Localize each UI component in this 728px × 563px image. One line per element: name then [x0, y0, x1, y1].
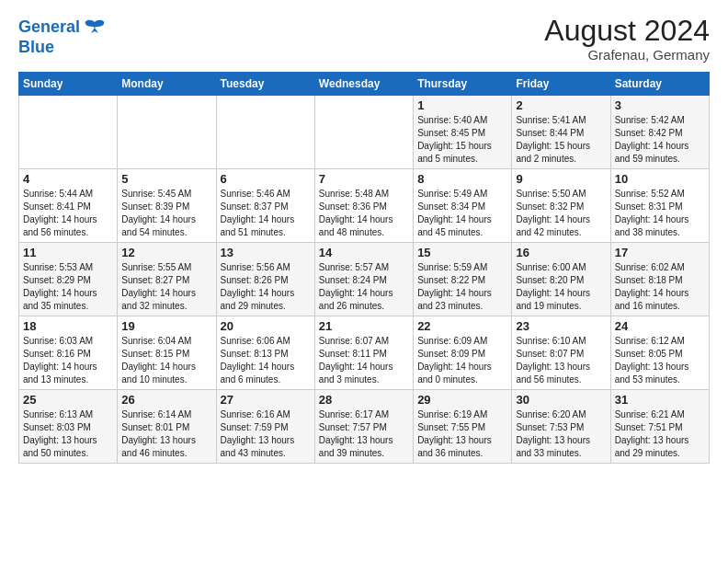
day-number: 1 [417, 98, 507, 112]
day-number: 30 [516, 393, 606, 407]
weekday-header-friday: Friday [512, 73, 610, 96]
calendar-cell [216, 96, 314, 169]
day-info: Sunrise: 6:02 AMSunset: 8:18 PMDaylight:… [615, 261, 705, 313]
calendar-cell: 15Sunrise: 5:59 AMSunset: 8:22 PMDayligh… [414, 243, 512, 316]
weekday-header-sunday: Sunday [19, 73, 118, 96]
day-number: 8 [417, 172, 507, 186]
day-info: Sunrise: 5:50 AMSunset: 8:32 PMDaylight:… [516, 188, 606, 239]
title-block: August 2024 Grafenau, Germany [544, 15, 710, 63]
day-info: Sunrise: 6:14 AMSunset: 8:01 PMDaylight:… [121, 408, 211, 460]
day-number: 13 [221, 246, 311, 259]
calendar-cell: 6Sunrise: 5:46 AMSunset: 8:37 PMDaylight… [216, 169, 314, 243]
calendar-cell: 28Sunrise: 6:17 AMSunset: 7:57 PMDayligh… [314, 390, 413, 464]
week-row-5: 25Sunrise: 6:13 AMSunset: 8:03 PMDayligh… [19, 390, 710, 464]
day-number: 11 [23, 246, 113, 259]
calendar-cell: 2Sunrise: 5:41 AMSunset: 8:44 PMDaylight… [512, 96, 610, 169]
calendar-cell: 12Sunrise: 5:55 AMSunset: 8:27 PMDayligh… [118, 243, 216, 316]
calendar-cell: 24Sunrise: 6:12 AMSunset: 8:05 PMDayligh… [610, 316, 709, 390]
day-number: 18 [23, 319, 113, 333]
day-info: Sunrise: 6:17 AMSunset: 7:57 PMDaylight:… [319, 408, 409, 460]
calendar-cell: 29Sunrise: 6:19 AMSunset: 7:55 PMDayligh… [414, 390, 512, 464]
day-number: 20 [221, 319, 311, 333]
day-number: 27 [221, 393, 311, 407]
calendar-table: SundayMondayTuesdayWednesdayThursdayFrid… [18, 72, 710, 464]
day-number: 2 [516, 98, 606, 112]
calendar-cell: 11Sunrise: 5:53 AMSunset: 8:29 PMDayligh… [19, 243, 118, 316]
day-number: 19 [121, 319, 211, 333]
calendar-cell: 31Sunrise: 6:21 AMSunset: 7:51 PMDayligh… [610, 390, 709, 464]
calendar-cell: 19Sunrise: 6:04 AMSunset: 8:15 PMDayligh… [118, 316, 216, 390]
calendar-cell: 17Sunrise: 6:02 AMSunset: 8:18 PMDayligh… [610, 243, 709, 316]
day-number: 10 [615, 172, 705, 186]
day-info: Sunrise: 6:07 AMSunset: 8:11 PMDaylight:… [319, 335, 409, 386]
week-row-2: 4Sunrise: 5:44 AMSunset: 8:41 PMDaylight… [19, 169, 710, 243]
day-number: 24 [615, 319, 705, 333]
calendar-cell: 9Sunrise: 5:50 AMSunset: 8:32 PMDaylight… [512, 169, 610, 243]
day-number: 29 [417, 393, 507, 407]
day-number: 5 [121, 172, 211, 186]
header: General Blue August 2024 Grafenau, Germa… [18, 15, 710, 63]
calendar-cell [19, 96, 118, 169]
calendar-cell [314, 96, 413, 169]
calendar-cell: 25Sunrise: 6:13 AMSunset: 8:03 PMDayligh… [19, 390, 118, 464]
week-row-4: 18Sunrise: 6:03 AMSunset: 8:16 PMDayligh… [19, 316, 710, 390]
calendar-cell: 8Sunrise: 5:49 AMSunset: 8:34 PMDaylight… [414, 169, 512, 243]
day-number: 31 [615, 393, 705, 407]
calendar-cell: 5Sunrise: 5:45 AMSunset: 8:39 PMDaylight… [118, 169, 216, 243]
logo: General Blue [18, 15, 108, 57]
calendar-cell: 21Sunrise: 6:07 AMSunset: 8:11 PMDayligh… [314, 316, 413, 390]
calendar-cell: 27Sunrise: 6:16 AMSunset: 7:59 PMDayligh… [216, 390, 314, 464]
day-number: 14 [319, 246, 409, 259]
day-info: Sunrise: 5:41 AMSunset: 8:44 PMDaylight:… [516, 114, 606, 166]
day-info: Sunrise: 6:06 AMSunset: 8:13 PMDaylight:… [221, 335, 311, 386]
day-info: Sunrise: 6:19 AMSunset: 7:55 PMDaylight:… [417, 408, 507, 460]
day-info: Sunrise: 5:53 AMSunset: 8:29 PMDaylight:… [23, 261, 113, 313]
day-number: 6 [221, 172, 311, 186]
weekday-header-thursday: Thursday [414, 73, 512, 96]
calendar-cell: 26Sunrise: 6:14 AMSunset: 8:01 PMDayligh… [118, 390, 216, 464]
weekday-header-monday: Monday [118, 73, 216, 96]
day-number: 25 [23, 393, 113, 407]
day-info: Sunrise: 5:46 AMSunset: 8:37 PMDaylight:… [221, 188, 311, 239]
day-info: Sunrise: 6:16 AMSunset: 7:59 PMDaylight:… [221, 408, 311, 460]
day-info: Sunrise: 6:20 AMSunset: 7:53 PMDaylight:… [516, 408, 606, 460]
weekday-header-tuesday: Tuesday [216, 73, 314, 96]
day-number: 26 [121, 393, 211, 407]
calendar-cell: 16Sunrise: 6:00 AMSunset: 8:20 PMDayligh… [512, 243, 610, 316]
calendar-cell: 14Sunrise: 5:57 AMSunset: 8:24 PMDayligh… [314, 243, 413, 316]
day-info: Sunrise: 5:59 AMSunset: 8:22 PMDaylight:… [417, 261, 507, 313]
calendar-cell: 1Sunrise: 5:40 AMSunset: 8:45 PMDaylight… [414, 96, 512, 169]
day-number: 9 [516, 172, 606, 186]
day-number: 28 [319, 393, 409, 407]
calendar-cell: 4Sunrise: 5:44 AMSunset: 8:41 PMDaylight… [19, 169, 118, 243]
day-info: Sunrise: 6:03 AMSunset: 8:16 PMDaylight:… [23, 335, 113, 386]
day-info: Sunrise: 5:48 AMSunset: 8:36 PMDaylight:… [319, 188, 409, 239]
day-info: Sunrise: 5:49 AMSunset: 8:34 PMDaylight:… [417, 188, 507, 239]
day-info: Sunrise: 6:04 AMSunset: 8:15 PMDaylight:… [121, 335, 211, 386]
day-number: 3 [615, 98, 705, 112]
day-number: 22 [417, 319, 507, 333]
weekday-header-row: SundayMondayTuesdayWednesdayThursdayFrid… [19, 73, 710, 96]
day-info: Sunrise: 5:55 AMSunset: 8:27 PMDaylight:… [121, 261, 211, 313]
month-year-title: August 2024 [544, 15, 710, 47]
calendar-cell: 20Sunrise: 6:06 AMSunset: 8:13 PMDayligh… [216, 316, 314, 390]
day-info: Sunrise: 5:45 AMSunset: 8:39 PMDaylight:… [121, 188, 211, 239]
day-number: 15 [417, 246, 507, 259]
day-number: 23 [516, 319, 606, 333]
calendar-cell: 7Sunrise: 5:48 AMSunset: 8:36 PMDaylight… [314, 169, 413, 243]
day-info: Sunrise: 6:10 AMSunset: 8:07 PMDaylight:… [516, 335, 606, 386]
week-row-1: 1Sunrise: 5:40 AMSunset: 8:45 PMDaylight… [19, 96, 710, 169]
day-info: Sunrise: 5:44 AMSunset: 8:41 PMDaylight:… [23, 188, 113, 239]
day-number: 17 [615, 246, 705, 259]
calendar-cell: 30Sunrise: 6:20 AMSunset: 7:53 PMDayligh… [512, 390, 610, 464]
logo-blue: Blue [18, 39, 54, 57]
calendar-cell: 23Sunrise: 6:10 AMSunset: 8:07 PMDayligh… [512, 316, 610, 390]
week-row-3: 11Sunrise: 5:53 AMSunset: 8:29 PMDayligh… [19, 243, 710, 316]
day-number: 4 [23, 172, 113, 186]
calendar-cell: 18Sunrise: 6:03 AMSunset: 8:16 PMDayligh… [19, 316, 118, 390]
day-info: Sunrise: 6:09 AMSunset: 8:09 PMDaylight:… [417, 335, 507, 386]
day-info: Sunrise: 6:13 AMSunset: 8:03 PMDaylight:… [23, 408, 113, 460]
day-number: 7 [319, 172, 409, 186]
calendar-page: General Blue August 2024 Grafenau, Germa… [0, 0, 728, 473]
day-number: 16 [516, 246, 606, 259]
